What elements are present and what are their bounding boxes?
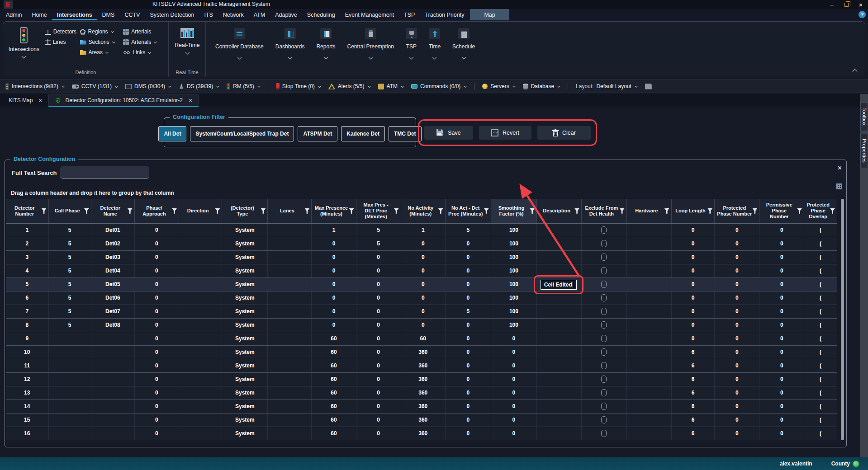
grid-cell[interactable]: 0 bbox=[401, 264, 445, 277]
quickbar-item-cctv-1-31[interactable]: CCTV (1/31) bbox=[72, 83, 118, 89]
column-header-permissive-phase-number[interactable]: Permissive Phase Number bbox=[759, 199, 804, 223]
quickbar-item-ds-39-39[interactable]: DS (39/39) bbox=[179, 83, 219, 89]
grid-cell[interactable]: 0 bbox=[401, 277, 445, 291]
column-header-no-act-det-proc-minutes[interactable]: No Act - Det Proc (Minutes) bbox=[445, 199, 491, 223]
exclude-checkbox[interactable] bbox=[601, 226, 607, 234]
table-row[interactable]: 100System60036000600( bbox=[6, 345, 837, 359]
grid-cell[interactable]: Cell Edited bbox=[537, 277, 582, 291]
menu-item-cctv[interactable]: CCTV bbox=[119, 9, 145, 20]
grid-cell[interactable]: System bbox=[222, 305, 268, 318]
grid-cell[interactable] bbox=[626, 413, 671, 427]
grid-cell[interactable]: 0 bbox=[715, 291, 759, 305]
grid-cell[interactable]: 0 bbox=[401, 237, 445, 250]
column-header-protected-phase-number[interactable]: Protected Phase Number bbox=[715, 199, 759, 223]
grid-cell[interactable]: 0 bbox=[445, 372, 491, 386]
grid-cell[interactable] bbox=[626, 345, 671, 359]
grid-cell[interactable] bbox=[48, 332, 91, 345]
table-row[interactable]: 140System60036000600( bbox=[6, 400, 837, 413]
grid-cell[interactable]: 60 bbox=[401, 332, 445, 345]
column-header-protected-phase-overlap[interactable]: Protected Phase Overlap bbox=[804, 199, 837, 223]
grid-cell[interactable]: 5 bbox=[48, 237, 91, 250]
grid-cell[interactable] bbox=[537, 250, 582, 264]
grid-cell[interactable]: 7 bbox=[6, 305, 48, 318]
grid-cell[interactable]: 1 bbox=[401, 223, 445, 237]
grid-cell[interactable]: 0 bbox=[491, 359, 536, 372]
grid-cell[interactable] bbox=[179, 332, 222, 345]
grid-cell[interactable]: System bbox=[222, 264, 268, 277]
ribbon-item-lines[interactable]: Lines bbox=[45, 39, 80, 45]
grid-cell[interactable]: System bbox=[222, 332, 268, 345]
grid-cell[interactable]: 0 bbox=[356, 413, 401, 427]
grid-cell[interactable]: 13 bbox=[6, 386, 48, 400]
column-header-exclude-from-det-health[interactable]: Exclude From Det Health bbox=[582, 199, 627, 223]
filter-funnel-icon[interactable] bbox=[215, 208, 220, 214]
grid-cell[interactable]: 100 bbox=[491, 305, 536, 318]
grid-cell[interactable]: 0 bbox=[671, 237, 714, 250]
menu-item-intersections[interactable]: Intersections bbox=[52, 9, 97, 20]
exclude-checkbox[interactable] bbox=[601, 308, 607, 315]
grid-cell[interactable]: 0 bbox=[445, 237, 491, 250]
grid-cell[interactable]: ( bbox=[804, 332, 837, 345]
exclude-checkbox[interactable] bbox=[601, 430, 607, 437]
grid-cell[interactable] bbox=[268, 223, 312, 237]
grid-cell[interactable]: 5 bbox=[48, 305, 91, 318]
filter-funnel-icon[interactable] bbox=[349, 208, 354, 214]
grid-cell[interactable] bbox=[626, 386, 671, 400]
exclude-checkbox[interactable] bbox=[601, 403, 607, 410]
grid-cell[interactable] bbox=[582, 427, 627, 440]
filter-button-tmc-det[interactable]: TMC Det bbox=[389, 126, 422, 141]
grid-cell[interactable]: 3 bbox=[6, 250, 48, 264]
grid-cell[interactable]: ( bbox=[804, 386, 837, 400]
grid-cell[interactable]: System bbox=[222, 427, 268, 440]
grid-cell[interactable]: 0 bbox=[356, 318, 401, 332]
grid-cell[interactable]: 6 bbox=[6, 291, 48, 305]
minimize-button[interactable]: – bbox=[825, 0, 839, 9]
grid-cell[interactable]: Det02 bbox=[91, 237, 134, 250]
close-button[interactable]: × bbox=[854, 0, 868, 9]
menu-item-its[interactable]: ITS bbox=[199, 9, 218, 20]
grid-cell[interactable]: 0 bbox=[445, 427, 491, 440]
table-row[interactable]: 65Det060System0000100000( bbox=[6, 291, 837, 305]
grid-cell[interactable]: 0 bbox=[491, 413, 536, 427]
grid-cell[interactable]: 0 bbox=[134, 386, 179, 400]
grid-cell[interactable] bbox=[179, 250, 222, 264]
grid-cell[interactable]: 0 bbox=[312, 277, 356, 291]
grid-cell[interactable]: 0 bbox=[312, 250, 356, 264]
filter-button-atspm-det[interactable]: ATSPM Det bbox=[298, 126, 337, 141]
ribbon-item-schedule[interactable]: Schedule bbox=[446, 22, 481, 59]
grid-cell[interactable]: 6 bbox=[671, 386, 714, 400]
grid-cell[interactable]: System bbox=[222, 277, 268, 291]
grid-cell[interactable]: 0 bbox=[445, 413, 491, 427]
grid-cell[interactable]: 5 bbox=[48, 277, 91, 291]
grid-cell[interactable]: 1 bbox=[6, 223, 48, 237]
grid-cell[interactable]: 0 bbox=[134, 318, 179, 332]
grid-cell[interactable] bbox=[537, 237, 582, 250]
grid-cell[interactable] bbox=[268, 332, 312, 345]
ribbon-item-central-preemption[interactable]: Central Preemption bbox=[341, 22, 399, 59]
grid-cell[interactable] bbox=[626, 318, 671, 332]
grid-cell[interactable]: ( bbox=[804, 223, 837, 237]
grid-cell[interactable]: 1 bbox=[312, 223, 356, 237]
grid-cell[interactable]: 0 bbox=[671, 305, 714, 318]
grid-cell[interactable]: 0 bbox=[134, 372, 179, 386]
grid-cell[interactable]: 0 bbox=[759, 332, 804, 345]
grid-cell[interactable] bbox=[179, 291, 222, 305]
grid-cell[interactable]: 60 bbox=[312, 359, 356, 372]
filter-funnel-icon[interactable] bbox=[128, 208, 133, 214]
grid-cell[interactable]: 0 bbox=[671, 332, 714, 345]
grid-cell[interactable]: 100 bbox=[491, 291, 536, 305]
grid-cell[interactable]: 360 bbox=[401, 372, 445, 386]
filter-funnel-icon[interactable] bbox=[830, 208, 835, 214]
grid-cell[interactable]: System bbox=[222, 372, 268, 386]
grid-cell[interactable]: 60 bbox=[312, 332, 356, 345]
ribbon-item-reports[interactable]: Reports bbox=[310, 22, 341, 59]
grid-cell[interactable] bbox=[48, 372, 91, 386]
grid-cell[interactable] bbox=[268, 264, 312, 277]
grid-cell[interactable] bbox=[582, 277, 627, 291]
quickbar-item-save-layout-icon[interactable] bbox=[645, 84, 652, 89]
grid-cell[interactable]: 0 bbox=[445, 264, 491, 277]
grid-cell[interactable] bbox=[91, 359, 134, 372]
grid-cell[interactable]: 360 bbox=[401, 400, 445, 413]
filter-funnel-icon[interactable] bbox=[752, 208, 757, 214]
grid-cell[interactable]: 0 bbox=[134, 359, 179, 372]
